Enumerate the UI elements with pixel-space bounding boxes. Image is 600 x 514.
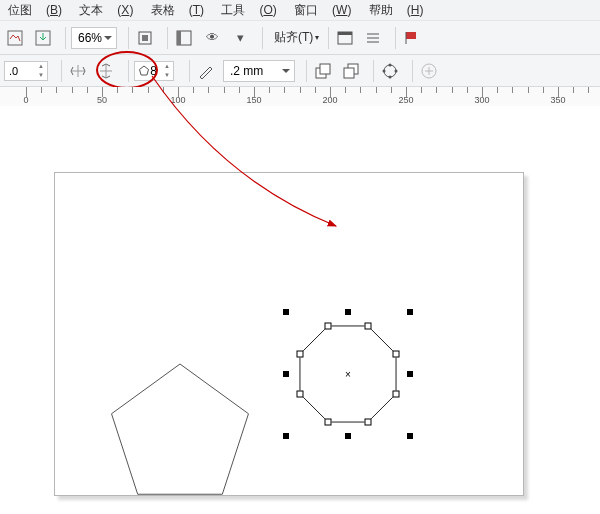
svg-rect-5 [177,31,181,45]
svg-rect-3 [142,35,148,41]
canvas[interactable]: × [0,106,600,514]
selection-handle[interactable] [407,433,413,439]
separator [128,60,129,82]
svg-marker-10 [140,66,149,75]
menu-bitmap[interactable]: 位图(B) [8,3,62,17]
spinner-icon[interactable]: ▲▼ [161,62,173,80]
selection-center[interactable]: × [345,369,351,380]
preview-icon[interactable]: 👁 [201,27,223,49]
separator [61,60,62,82]
selection-handle[interactable] [407,371,413,377]
separator [65,27,66,49]
polygon-sides-input[interactable]: 8 ▲▼ [134,61,174,81]
shape-node[interactable] [296,390,303,397]
separator [128,27,129,49]
shape-node[interactable] [296,351,303,358]
svg-rect-0 [8,31,22,45]
mirror-h-icon[interactable] [67,60,89,82]
add-icon[interactable] [418,60,440,82]
outline-width-select[interactable]: .2 mm [223,60,295,82]
svg-rect-7 [338,32,352,35]
coord-input[interactable]: .0 ▲▼ [4,61,48,81]
separator [395,27,396,49]
svg-marker-21 [112,364,249,494]
svg-point-17 [395,69,398,72]
import-icon[interactable] [4,27,26,49]
menu-tools[interactable]: 工具(O) [221,3,276,17]
dropdown-icon[interactable]: ▾ [229,27,251,49]
separator [412,60,413,82]
export-icon[interactable] [32,27,54,49]
dialog-icon[interactable] [334,27,356,49]
to-front-icon[interactable] [312,60,334,82]
svg-point-18 [389,63,392,66]
menu-table[interactable]: 表格(T) [151,3,204,17]
svg-point-15 [384,65,396,77]
separator [328,27,329,49]
selection-handle[interactable] [345,433,351,439]
menu-window[interactable]: 窗口(W) [294,3,351,17]
toolbar-row-1: 66% 👁 ▾ 贴齐(T) [0,21,600,55]
menu-text[interactable]: 文本(X) [79,3,133,17]
selection-handle[interactable] [283,309,289,315]
convert-curves-icon[interactable] [379,60,401,82]
svg-rect-8 [406,32,416,39]
separator [189,60,190,82]
shape-node[interactable] [393,351,400,358]
selection-handle[interactable] [283,371,289,377]
shape-node[interactable] [325,419,332,426]
svg-point-16 [383,69,386,72]
selection-handle[interactable] [407,309,413,315]
toolbar-row-2: .0 ▲▼ 8 ▲▼ .2 mm [0,55,600,87]
horizontal-ruler: 050100150200250300350 [0,87,600,108]
selection-handle[interactable] [283,433,289,439]
rulers-toggle-icon[interactable] [173,27,195,49]
separator [262,27,263,49]
fullscreen-icon[interactable] [134,27,156,49]
polygon-icon [139,66,149,76]
menu-bar: 位图(B) 文本(X) 表格(T) 工具(O) 窗口(W) 帮助(H) [0,0,600,21]
shape-node[interactable] [364,419,371,426]
zoom-select[interactable]: 66% [71,27,117,49]
menu-help[interactable]: 帮助(H) [369,3,424,17]
shape-node[interactable] [364,322,371,329]
svg-rect-14 [344,68,354,78]
separator [306,60,307,82]
outline-pen-icon[interactable] [195,60,217,82]
list-toggle-icon[interactable] [362,27,384,49]
flag-icon[interactable] [401,27,423,49]
shape-node[interactable] [325,322,332,329]
to-back-icon[interactable] [340,60,362,82]
shape-node[interactable] [393,390,400,397]
snap-dropdown[interactable]: 贴齐(T) [274,29,319,46]
separator [167,27,168,49]
mirror-v-icon[interactable] [95,60,117,82]
svg-point-19 [389,75,392,78]
spinner-icon[interactable]: ▲▼ [35,62,47,80]
separator [373,60,374,82]
svg-rect-12 [320,64,330,74]
selection-handle[interactable] [345,309,351,315]
